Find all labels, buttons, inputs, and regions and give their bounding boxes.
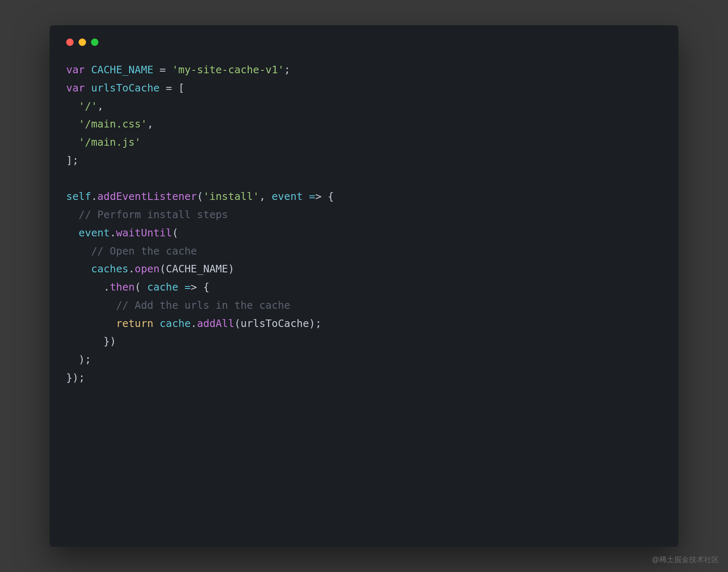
code-token: . — [191, 317, 197, 329]
code-token: ; — [79, 372, 85, 384]
code-token — [66, 245, 91, 257]
code-token: event — [272, 190, 303, 202]
code-token: ; — [85, 353, 91, 365]
code-token — [66, 209, 79, 221]
code-token — [85, 82, 91, 94]
code-token — [85, 64, 91, 76]
code-token: event — [79, 227, 110, 239]
code-token — [153, 317, 160, 329]
traffic-lights — [66, 38, 662, 46]
code-token: , — [147, 118, 153, 130]
code-token — [303, 190, 309, 202]
code-token: caches — [91, 263, 128, 275]
code-token — [66, 335, 103, 347]
watermark-text: @稀土掘金技术社区 — [652, 555, 719, 565]
code-token: cache — [147, 281, 178, 293]
code-token: = — [166, 82, 172, 94]
code-token — [66, 263, 91, 275]
minimize-icon[interactable] — [79, 38, 86, 46]
code-token: ; — [284, 64, 290, 76]
code-token — [66, 299, 116, 311]
code-token: CACHE_NAME — [166, 263, 228, 275]
code-token: , — [97, 100, 103, 112]
code-token: '/' — [79, 100, 97, 112]
code-token — [321, 190, 328, 202]
code-token: ) — [309, 317, 315, 329]
code-token — [160, 82, 166, 94]
code-token — [141, 281, 147, 293]
code-token: = — [184, 281, 191, 293]
code-token: addAll — [197, 317, 234, 329]
code-token: ]; — [66, 154, 79, 166]
code-token: waitUntil — [116, 227, 172, 239]
code-token — [197, 281, 203, 293]
code-token: ( — [160, 263, 166, 275]
code-token: ( — [172, 227, 178, 239]
code-token: } — [103, 335, 110, 347]
code-token: addEventListener — [97, 190, 197, 202]
code-token: [ — [178, 82, 184, 94]
code-token: '/main.js' — [79, 136, 141, 148]
code-token: ) — [228, 263, 234, 275]
code-token: urlsToCache — [241, 317, 309, 329]
code-token — [153, 64, 160, 76]
code-token — [66, 317, 116, 329]
code-token: 'install' — [203, 190, 259, 202]
code-token: ( — [135, 281, 141, 293]
maximize-icon[interactable] — [91, 38, 98, 46]
code-token: return — [116, 317, 153, 329]
code-token: open — [135, 263, 160, 275]
code-token: cache — [160, 317, 191, 329]
code-token: ) — [110, 335, 116, 347]
code-token — [66, 100, 79, 112]
code-token: > — [315, 190, 321, 202]
code-token: . — [129, 263, 135, 275]
code-token: = — [160, 64, 166, 76]
code-token: var — [66, 82, 85, 94]
code-window: var CACHE_NAME = 'my-site-cache-v1'; var… — [50, 25, 678, 547]
code-token: > — [191, 281, 197, 293]
code-token: '/main.css' — [79, 118, 147, 130]
close-icon[interactable] — [66, 38, 74, 46]
code-token: // Perform install steps — [79, 209, 228, 221]
code-token: 'my-site-cache-v1' — [172, 64, 284, 76]
code-block: var CACHE_NAME = 'my-site-cache-v1'; var… — [66, 61, 662, 387]
code-token: // Add the urls in the cache — [116, 299, 290, 311]
code-token: . — [91, 190, 97, 202]
code-token: } — [66, 372, 72, 384]
code-token — [166, 64, 172, 76]
code-token: urlsToCache — [91, 82, 160, 94]
code-token: ) — [72, 372, 79, 384]
code-token — [66, 136, 79, 148]
code-token: ) — [79, 353, 85, 365]
code-token — [66, 281, 103, 293]
code-token: self — [66, 190, 91, 202]
code-token — [178, 281, 184, 293]
code-token: , — [259, 190, 272, 202]
code-token: ( — [197, 190, 203, 202]
code-token — [172, 82, 178, 94]
code-token: var — [66, 64, 85, 76]
code-token: . — [103, 281, 110, 293]
code-token: { — [328, 190, 334, 202]
code-token: then — [110, 281, 134, 293]
code-token: = — [309, 190, 315, 202]
code-token — [66, 353, 79, 365]
code-token — [66, 227, 79, 239]
code-token: ; — [315, 317, 321, 329]
code-token — [66, 118, 79, 130]
code-token: ( — [234, 317, 240, 329]
code-token: CACHE_NAME — [91, 64, 153, 76]
code-token: { — [203, 281, 209, 293]
code-token: . — [110, 227, 116, 239]
code-token: // Open the cache — [91, 245, 197, 257]
